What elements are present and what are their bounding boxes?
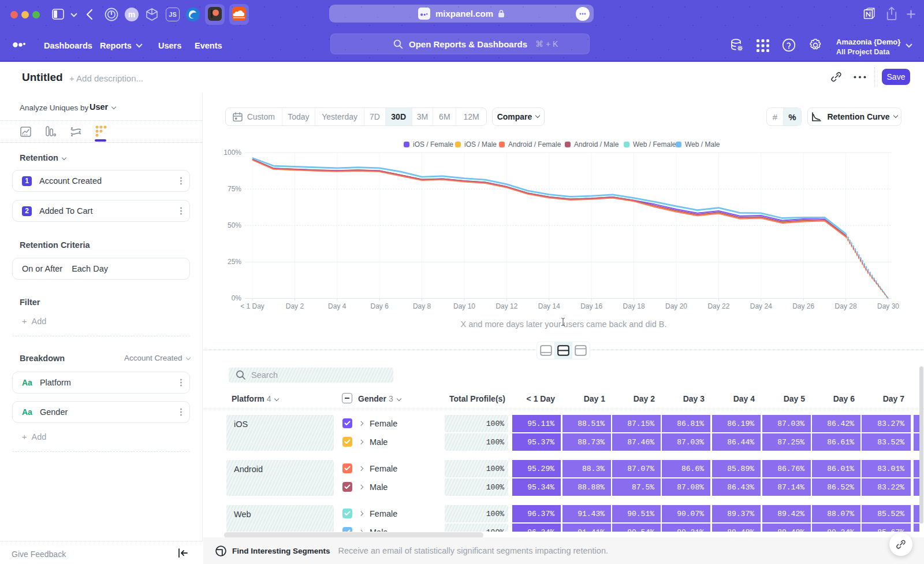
- svg-text:Day 10: Day 10: [453, 302, 475, 310]
- svg-text:Day 14: Day 14: [538, 302, 560, 310]
- svg-text:100%: 100%: [223, 149, 241, 157]
- svg-text:Day 2: Day 2: [286, 302, 304, 310]
- svg-text:Day 30: Day 30: [877, 302, 899, 310]
- svg-text:Day 22: Day 22: [707, 302, 729, 310]
- svg-text:Day 18: Day 18: [623, 302, 645, 310]
- svg-text:Day 12: Day 12: [495, 302, 517, 310]
- svg-text:75%: 75%: [228, 185, 241, 193]
- svg-text:Day 4: Day 4: [328, 302, 346, 310]
- svg-text:Day 24: Day 24: [750, 302, 772, 310]
- svg-text:25%: 25%: [228, 258, 241, 266]
- svg-text:50%: 50%: [228, 221, 241, 229]
- svg-text:Day 26: Day 26: [792, 302, 814, 310]
- svg-text:Day 6: Day 6: [371, 302, 389, 310]
- svg-text:Day 20: Day 20: [665, 302, 687, 310]
- svg-text:Day 16: Day 16: [580, 302, 602, 310]
- svg-text:Day 28: Day 28: [835, 302, 857, 310]
- svg-text:< 1 Day: < 1 Day: [240, 302, 264, 310]
- svg-text:0%: 0%: [232, 294, 242, 302]
- svg-text:Day 8: Day 8: [413, 302, 431, 310]
